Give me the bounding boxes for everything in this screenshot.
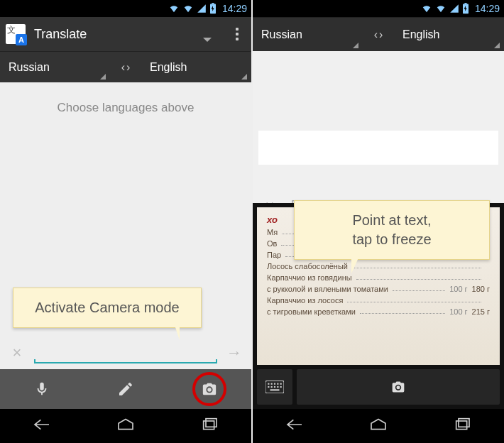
app-title: Translate	[34, 27, 175, 42]
signal-icon	[197, 4, 207, 13]
chevron-left-icon: ‹	[121, 61, 125, 74]
chevron-right-icon: ›	[126, 61, 130, 74]
source-language-label: Russian	[9, 61, 50, 74]
android-nav-bar	[253, 409, 504, 443]
submit-translate-button[interactable]: →	[224, 344, 244, 362]
main-content: Choose languages above Activate Camera m…	[0, 82, 251, 369]
camera-viewfinder[interactable]: хо МяОвПарЛосось слабосолёныйКарпаччио и…	[253, 203, 504, 409]
swap-languages-button[interactable]: ‹ ›	[363, 28, 394, 41]
result-card	[258, 131, 498, 165]
menu-line: с тигровыми креветками100 г215 г	[267, 307, 490, 316]
battery-icon	[462, 3, 469, 14]
svg-rect-8	[271, 383, 273, 385]
camera-icon	[390, 380, 407, 394]
svg-rect-9	[274, 383, 275, 385]
svg-rect-13	[271, 386, 273, 388]
camera-controls	[257, 369, 500, 405]
menu-line: Карпаччио из лосося	[267, 296, 490, 305]
main-content: × Russian → хо МяОвПарЛосось слабосолёны…	[253, 51, 504, 409]
language-selector-row: Russian ‹ › English	[0, 51, 251, 82]
keyboard-button[interactable]	[257, 369, 292, 405]
input-mode-toolbar	[0, 369, 251, 409]
svg-rect-3	[206, 419, 217, 427]
target-language-selector[interactable]: English	[141, 52, 251, 82]
target-language-selector[interactable]: English	[394, 18, 504, 51]
left-screenshot: 14:29 Translate Russian ‹ › English Choo…	[0, 0, 251, 443]
nav-recent-button[interactable]	[452, 417, 472, 434]
svg-rect-19	[459, 419, 469, 427]
keyboard-icon	[265, 381, 284, 393]
translate-app-icon[interactable]	[6, 24, 26, 44]
svg-rect-2	[204, 421, 214, 430]
svg-rect-12	[268, 386, 269, 388]
clear-input-button[interactable]: ×	[7, 344, 27, 362]
right-screenshot: 14:29 Russian ‹ › English × Russian → хо…	[253, 0, 504, 443]
menu-line: Карпаччио из говядины	[267, 273, 490, 282]
svg-rect-16	[280, 386, 282, 388]
nav-home-button[interactable]	[116, 417, 136, 434]
status-bar: 14:29	[253, 0, 504, 17]
pencil-icon	[117, 381, 134, 398]
callout-text-line2: tap to freeze	[352, 231, 431, 247]
menu-line: с рукколой и вялеными томатами100 г180 г	[267, 285, 490, 293]
svg-rect-18	[456, 421, 467, 430]
signal-icon	[449, 4, 459, 13]
wifi-icon	[168, 4, 180, 13]
target-language-label: English	[150, 61, 187, 74]
menu-line: Лосось слабосолёный	[267, 262, 490, 270]
status-clock: 14:29	[475, 3, 500, 14]
app-bar: Translate	[0, 17, 251, 51]
translate-input-row: × →	[0, 337, 251, 369]
swap-languages-button[interactable]: ‹ ›	[110, 61, 141, 74]
callout-text-line1: Point at text,	[352, 212, 431, 228]
wifi-icon	[435, 4, 447, 13]
nav-recent-button[interactable]	[199, 417, 219, 434]
svg-rect-15	[277, 386, 278, 388]
chevron-left-icon: ‹	[374, 28, 378, 41]
tutorial-callout: Activate Camera mode	[13, 288, 202, 328]
wifi-icon	[182, 4, 194, 13]
highlight-circle-icon	[192, 372, 226, 406]
nav-back-button[interactable]	[285, 417, 305, 434]
wifi-icon	[421, 4, 432, 13]
status-clock: 14:29	[222, 3, 247, 14]
translate-text-input[interactable]	[34, 342, 217, 363]
android-nav-bar	[0, 409, 251, 443]
target-language-label: English	[402, 28, 439, 41]
camera-input-button[interactable]	[168, 369, 251, 409]
callout-tail-icon	[351, 255, 360, 273]
chevron-right-icon: ›	[379, 28, 383, 41]
language-selector-row: Russian ‹ › English	[253, 17, 504, 51]
svg-rect-17	[270, 389, 280, 390]
voice-input-button[interactable]	[0, 369, 84, 409]
choose-languages-hint: Choose languages above	[0, 82, 251, 133]
overflow-menu-button[interactable]	[229, 28, 246, 40]
svg-rect-10	[277, 383, 278, 385]
svg-rect-11	[280, 383, 282, 385]
svg-rect-5	[464, 3, 466, 4]
source-language-selector[interactable]: Russian	[0, 52, 110, 82]
nav-home-button[interactable]	[368, 417, 388, 434]
status-bar: 14:29	[0, 0, 251, 17]
spinner-dropdown-icon[interactable]	[203, 38, 212, 42]
source-language-selector[interactable]: Russian	[253, 18, 363, 51]
source-language-label: Russian	[261, 28, 302, 41]
microphone-icon	[34, 380, 50, 398]
nav-back-button[interactable]	[32, 417, 52, 434]
handwriting-input-button[interactable]	[84, 369, 168, 409]
svg-rect-1	[212, 3, 214, 4]
svg-rect-14	[274, 386, 275, 388]
shutter-button[interactable]	[297, 369, 500, 405]
tutorial-callout: Point at text, tap to freeze	[294, 200, 490, 260]
callout-text: Activate Camera mode	[35, 300, 179, 315]
battery-icon	[209, 3, 217, 14]
svg-rect-7	[268, 383, 269, 385]
